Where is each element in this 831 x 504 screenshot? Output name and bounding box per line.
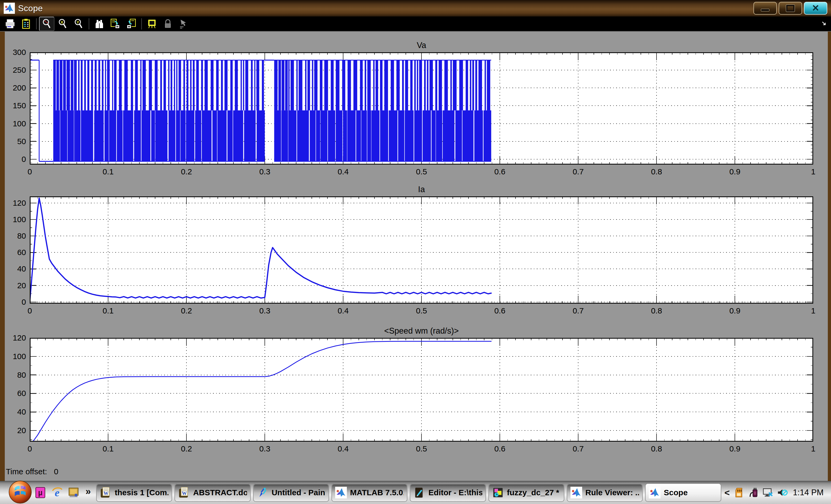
zoom-x-button[interactable]: X [55, 17, 70, 31]
y-tick-label: 40 [1, 407, 26, 417]
x-tick-label: 0.5 [404, 306, 439, 315]
x-tick-label: 0.6 [483, 167, 517, 176]
taskbar-button-editor[interactable]: Editor - E:\this... [410, 483, 486, 502]
floating-scope-button[interactable] [144, 17, 160, 31]
x-tick-label: 0.2 [169, 167, 204, 176]
x-tick-label: 0.1 [91, 167, 125, 176]
x-tick-label: 0.9 [718, 444, 752, 453]
plot-canvas[interactable] [30, 338, 813, 442]
plot-ia: Ia 02040608010012000.10.20.30.40.50.60.7… [30, 197, 813, 304]
parameters-icon [20, 18, 32, 30]
x-tick-label: 0.1 [91, 444, 125, 453]
print-button[interactable] [2, 17, 18, 31]
x-tick-label: 0.3 [248, 306, 282, 315]
close-button[interactable]: ✕ [804, 2, 827, 14]
x-tick-label: 0.4 [326, 306, 361, 315]
toolbar-overflow-icon[interactable] [821, 21, 828, 27]
x-tick-label: 1 [796, 306, 830, 315]
y-tick-label: 150 [1, 100, 26, 111]
memory-card-icon[interactable] [734, 487, 745, 498]
start-button[interactable] [8, 480, 32, 504]
autoscale-button[interactable] [92, 17, 107, 31]
save-axes-icon [109, 18, 121, 30]
plot-title-ia: Ia [30, 185, 813, 194]
y-tick-label: 50 [1, 137, 26, 147]
svg-text:W: W [104, 491, 109, 496]
zoom-y-button[interactable]: Y [71, 17, 86, 31]
save-axes-button[interactable] [108, 17, 123, 31]
y-tick-label: 20 [1, 425, 26, 436]
x-tick-label: 1 [796, 167, 830, 176]
taskbar-button-thesis[interactable]: Wthesis 1 [Com... [96, 483, 172, 502]
y-tick-label: 120 [1, 198, 26, 208]
tray-collapse-chevron[interactable]: < [724, 487, 730, 498]
x-tick-label: 0.6 [483, 444, 517, 453]
quicklaunch-overflow-chevron[interactable]: » [86, 486, 91, 497]
y-tick-label: 60 [1, 388, 26, 398]
svg-text:Y: Y [77, 20, 79, 24]
y-tick-label: 300 [1, 47, 26, 57]
x-tick-label: 0.2 [169, 306, 204, 315]
time-offset: Time offset:0 [6, 467, 58, 476]
plot-canvas[interactable] [30, 197, 813, 304]
minimize-button[interactable] [753, 2, 777, 14]
y-tick-label: 80 [1, 231, 26, 241]
x-tick-label: 0 [12, 306, 47, 315]
editor-icon [413, 487, 425, 498]
zoom-button[interactable] [39, 17, 54, 31]
x-tick-label: 0.1 [91, 306, 125, 315]
toolbar-separator [36, 18, 37, 29]
clock[interactable]: 1:14 PM [793, 488, 824, 497]
taskbar-button-scope[interactable]: Scope [645, 483, 721, 502]
display-disconnected-icon[interactable] [762, 487, 773, 498]
plot-canvas[interactable] [30, 52, 813, 165]
taskbar-button-fuzzy-model[interactable]: fuzzy_dc_27 * [488, 483, 564, 502]
x-tick-label: 0.5 [404, 167, 439, 176]
lock-axes-button[interactable] [160, 17, 176, 31]
zoom-y-icon: Y [73, 18, 84, 30]
x-tick-label: 0.2 [169, 444, 204, 453]
zoom-x-icon: X [57, 18, 68, 30]
signal-selection-icon [178, 18, 190, 30]
plot-title-speed: <Speed wm (rad/s)> [30, 326, 813, 336]
plot-title-va: Va [30, 40, 813, 50]
taskbar-button-paint[interactable]: Untitled - Paint [253, 483, 329, 502]
signal-selection-button[interactable] [176, 17, 192, 31]
x-tick-label: 0.5 [404, 444, 439, 453]
maximize-icon [786, 5, 795, 12]
matlab-mu-icon[interactable]: µ [34, 486, 47, 499]
taskbar: µ e » Wthesis 1 [Com...WABSTRACT.do...Un… [0, 481, 831, 504]
restore-axes-icon [125, 18, 137, 30]
taskbar-button-rule-viewer[interactable]: Rule Viewer: ... [567, 483, 643, 502]
scope-window-icon [4, 3, 15, 14]
power-plug-icon[interactable] [748, 487, 759, 498]
internet-explorer-icon[interactable]: e [51, 486, 63, 499]
restore-axes-button[interactable] [123, 17, 139, 31]
taskbar-button-abstract[interactable]: WABSTRACT.do... [174, 483, 251, 502]
matlab-icon [570, 487, 582, 498]
zoom-icon [41, 18, 53, 30]
x-tick-label: 0.7 [561, 444, 596, 453]
y-tick-label: 100 [1, 351, 26, 361]
maximize-button[interactable] [779, 2, 802, 14]
x-tick-label: 0.8 [639, 306, 674, 315]
toolbar-separator [141, 18, 142, 29]
x-tick-label: 0 [12, 444, 47, 453]
x-tick-label: 0.4 [326, 444, 361, 453]
x-tick-label: 0.9 [718, 306, 752, 315]
volume-muted-icon[interactable] [777, 487, 788, 498]
taskbar-button-matlab[interactable]: MATLAB 7.5.0... [332, 483, 407, 502]
matlab-icon [335, 487, 347, 498]
taskbar-button-label: thesis 1 [Com... [115, 488, 168, 497]
y-tick-label: 100 [1, 119, 26, 129]
y-tick-label: 40 [1, 264, 26, 274]
matlab-icon [649, 487, 660, 498]
x-tick-label: 0.9 [718, 167, 752, 176]
print-icon [4, 18, 16, 30]
show-desktop-icon[interactable] [67, 486, 80, 499]
y-tick-label: 0 [1, 297, 26, 307]
taskbar-button-label: Scope [664, 488, 688, 497]
parameters-button[interactable] [18, 17, 34, 31]
y-tick-label: 60 [1, 247, 26, 258]
x-tick-label: 0.6 [483, 306, 517, 315]
